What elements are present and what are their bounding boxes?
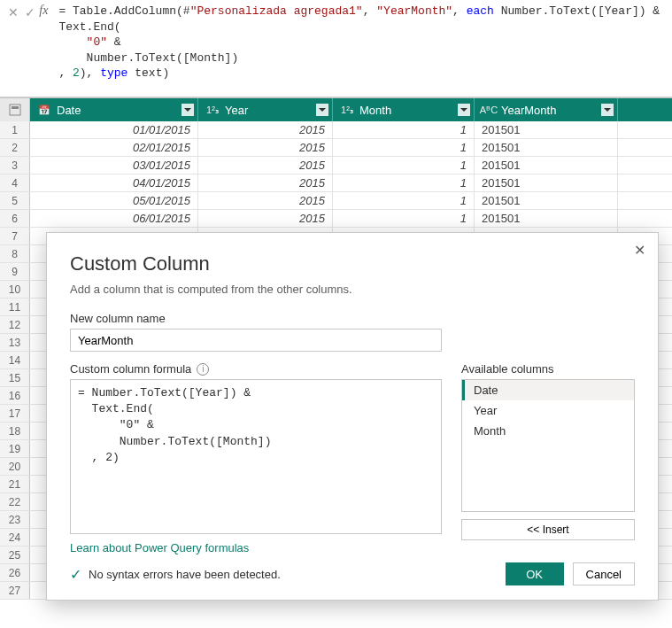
svg-rect-0 (10, 105, 20, 115)
cell-date[interactable]: 03/01/2015 (30, 157, 198, 174)
chevron-down-icon[interactable] (182, 104, 194, 116)
available-columns-label: Available columns (461, 362, 635, 376)
text-type-icon: AᴮC (480, 102, 498, 118)
formula-accept-icon[interactable]: ✓ (22, 4, 37, 21)
column-header-year[interactable]: 1²₃ Year (198, 98, 333, 121)
cell-yearmonth[interactable]: 201501 (475, 210, 618, 227)
formula-bar: ✕ ✓ fx = Table.AddColumn(#"Personalizada… (0, 0, 672, 97)
row-number[interactable]: 6 (0, 210, 30, 227)
row-number[interactable]: 23 (0, 511, 30, 528)
table-row[interactable]: 606/01/201520151201501 (0, 210, 672, 228)
cell-yearmonth[interactable]: 201501 (475, 139, 618, 156)
svg-rect-1 (12, 106, 19, 109)
available-columns-list[interactable]: DateYearMonth (461, 379, 635, 512)
info-icon[interactable]: i (197, 363, 209, 376)
cell-year[interactable]: 2015 (198, 157, 333, 174)
row-number[interactable]: 1 (0, 121, 30, 138)
table-row[interactable]: 303/01/201520151201501 (0, 157, 672, 174)
cell-year[interactable]: 2015 (198, 210, 333, 227)
cell-month[interactable]: 1 (333, 174, 475, 191)
row-number[interactable]: 20 (0, 458, 30, 475)
new-column-name-input[interactable] (70, 329, 442, 352)
column-header-month[interactable]: 1²₃ Month (333, 98, 475, 121)
row-number[interactable]: 4 (0, 174, 30, 191)
calendar-icon: 📅 (35, 102, 53, 118)
row-number[interactable]: 25 (0, 547, 30, 563)
dialog-subtitle: Add a column that is computed from the o… (70, 283, 635, 296)
cell-date[interactable]: 02/01/2015 (30, 139, 198, 156)
column-label: Date (57, 104, 81, 117)
number-type-icon: 1²₃ (338, 102, 356, 118)
cell-year[interactable]: 2015 (198, 192, 333, 209)
cell-date[interactable]: 04/01/2015 (30, 174, 198, 191)
row-number[interactable]: 10 (0, 281, 30, 298)
learn-link[interactable]: Learn about Power Query formulas (70, 541, 249, 554)
cell-year[interactable]: 2015 (198, 174, 333, 191)
fx-icon: fx (39, 4, 48, 18)
custom-column-dialog: ✕ Custom Column Add a column that is com… (46, 232, 659, 601)
row-number[interactable]: 11 (0, 298, 30, 315)
table-row[interactable]: 202/01/201520151201501 (0, 139, 672, 157)
new-column-name-label: New column name (70, 312, 635, 325)
formula-text[interactable]: = Table.AddColumn(#"Personalizada agrega… (58, 4, 667, 81)
row-number[interactable]: 21 (0, 476, 30, 492)
row-number[interactable]: 18 (0, 423, 30, 439)
row-number[interactable]: 9 (0, 263, 30, 280)
row-number[interactable]: 5 (0, 192, 30, 209)
available-column-item[interactable]: Month (462, 421, 634, 441)
check-icon: ✓ (70, 566, 81, 583)
column-label: Year (225, 104, 248, 117)
row-number[interactable]: 7 (0, 228, 30, 244)
table-row[interactable]: 101/01/201520151201501 (0, 121, 672, 139)
number-type-icon: 1²₃ (204, 102, 221, 118)
cell-year[interactable]: 2015 (198, 139, 333, 156)
insert-button[interactable]: << Insert (461, 519, 635, 540)
row-number[interactable]: 24 (0, 529, 30, 546)
table-row[interactable]: 505/01/201520151201501 (0, 192, 672, 210)
cell-date[interactable]: 06/01/2015 (30, 210, 198, 227)
close-icon[interactable]: ✕ (630, 240, 649, 260)
cell-yearmonth[interactable]: 201501 (475, 192, 618, 209)
row-number[interactable]: 22 (0, 493, 30, 510)
cell-yearmonth[interactable]: 201501 (475, 121, 618, 138)
cell-month[interactable]: 1 (333, 157, 475, 174)
row-number[interactable]: 17 (0, 405, 30, 422)
cell-month[interactable]: 1 (333, 210, 475, 227)
chevron-down-icon[interactable] (458, 104, 470, 116)
column-header-yearmonth[interactable]: AᴮC YearMonth (475, 98, 618, 121)
row-number[interactable]: 8 (0, 245, 30, 262)
column-label: YearMonth (501, 104, 556, 117)
dialog-title: Custom Column (70, 252, 635, 275)
available-column-item[interactable]: Date (462, 380, 634, 400)
cell-month[interactable]: 1 (333, 192, 475, 209)
row-number[interactable]: 16 (0, 387, 30, 404)
cell-date[interactable]: 05/01/2015 (30, 192, 198, 209)
select-all-corner[interactable] (0, 98, 30, 121)
column-label: Month (359, 104, 391, 117)
available-column-item[interactable]: Year (462, 400, 634, 421)
row-number[interactable]: 2 (0, 139, 30, 156)
table-row[interactable]: 404/01/201520151201501 (0, 174, 672, 192)
cancel-button[interactable]: Cancel (573, 562, 635, 585)
row-number[interactable]: 15 (0, 369, 30, 386)
row-number[interactable]: 27 (0, 582, 30, 599)
formula-cancel-icon[interactable]: ✕ (5, 4, 20, 21)
row-number[interactable]: 26 (0, 564, 30, 581)
chevron-down-icon[interactable] (601, 104, 614, 116)
custom-formula-textarea[interactable]: = Number.ToText([Year]) & Text.End( "0" … (70, 379, 442, 534)
chevron-down-icon[interactable] (316, 104, 328, 116)
cell-date[interactable]: 01/01/2015 (30, 121, 198, 138)
cell-year[interactable]: 2015 (198, 121, 333, 138)
row-number[interactable]: 3 (0, 157, 30, 174)
grid-header-row: 📅 Date 1²₃ Year 1²₃ Month AᴮC YearMonth (0, 98, 672, 121)
cell-yearmonth[interactable]: 201501 (475, 174, 618, 191)
cell-yearmonth[interactable]: 201501 (475, 157, 618, 174)
column-header-date[interactable]: 📅 Date (30, 98, 198, 121)
ok-button[interactable]: OK (506, 562, 564, 585)
row-number[interactable]: 14 (0, 352, 30, 368)
cell-month[interactable]: 1 (333, 121, 475, 138)
row-number[interactable]: 12 (0, 316, 30, 333)
row-number[interactable]: 19 (0, 440, 30, 457)
row-number[interactable]: 13 (0, 334, 30, 351)
cell-month[interactable]: 1 (333, 139, 475, 156)
